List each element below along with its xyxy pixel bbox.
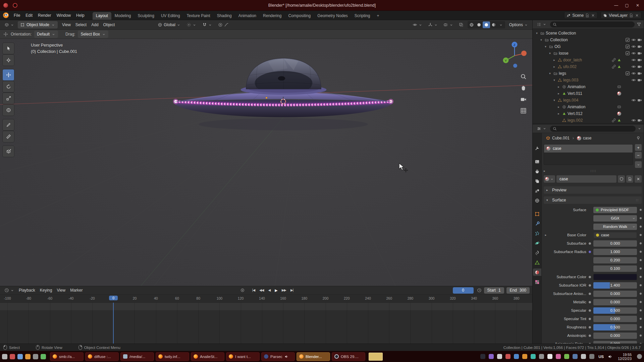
decorator-dot-icon[interactable] <box>640 209 642 211</box>
filter-icon[interactable] <box>637 22 641 27</box>
new-material-button[interactable] <box>626 175 633 183</box>
playhead-badge[interactable]: 0 <box>109 296 118 300</box>
viewport-menu-view[interactable]: View <box>60 21 73 28</box>
tray-icon[interactable] <box>573 354 578 359</box>
value-field[interactable]: 0.000 <box>593 333 637 339</box>
launcher-icon[interactable] <box>33 354 38 359</box>
node-input-button[interactable]: Principled BSDF <box>593 207 637 213</box>
decorator-dot-icon[interactable] <box>640 251 642 253</box>
visibility-dropdown[interactable] <box>411 22 424 28</box>
link-icon[interactable] <box>612 58 616 62</box>
tray-icon[interactable] <box>489 354 494 359</box>
taskbar-window-analiest[interactable]: AnalieSt... <box>191 352 224 361</box>
action-icon[interactable] <box>617 85 621 89</box>
snap-dropdown[interactable] <box>201 22 214 28</box>
eye-icon[interactable] <box>631 51 636 56</box>
tool-add-cube[interactable] <box>3 146 14 157</box>
orientation-setting-dropdown[interactable]: Default <box>34 31 58 38</box>
outliner-row-scene-collection[interactable]: ▾Scene Collection <box>533 30 644 37</box>
launcher-icon[interactable] <box>2 354 7 359</box>
launcher-icon[interactable] <box>10 354 15 359</box>
tray-notification-box[interactable] <box>369 353 383 361</box>
slider-field[interactable]: 0.500 <box>593 324 637 330</box>
workspace-tab-add[interactable]: + <box>374 12 383 20</box>
launcher-icon[interactable] <box>17 354 23 359</box>
properties-tab-scene[interactable] <box>533 187 541 194</box>
outliner-row-legs-003[interactable]: ▾legs.003 <box>533 77 644 83</box>
timeline-menu-view[interactable]: View <box>54 287 68 293</box>
check-icon[interactable] <box>625 51 630 56</box>
orthographic-toggle-icon[interactable] <box>520 108 527 114</box>
timeline-ruler[interactable]: -100-80-60-40-20020406080100120140160180… <box>0 294 532 303</box>
launcher-icon[interactable] <box>25 354 31 359</box>
properties-tab-render[interactable] <box>533 158 541 165</box>
outliner-row-loose[interactable]: ▾loose <box>533 50 644 57</box>
camera-icon[interactable] <box>637 78 642 82</box>
menu-window[interactable]: Window <box>54 12 73 19</box>
play-button[interactable]: ▶ <box>273 288 279 293</box>
shading-solid-button[interactable] <box>475 21 483 28</box>
check-icon[interactable] <box>625 71 630 76</box>
tray-icon[interactable] <box>480 354 485 359</box>
resize-grip-icon[interactable]: ∷∷ <box>590 169 596 173</box>
properties-tab-modifiers[interactable] <box>533 220 541 227</box>
camera-icon[interactable] <box>637 64 642 69</box>
properties-tab-object-data[interactable] <box>533 259 541 266</box>
outliner-row-vert-011[interactable]: ▸Vert.011 <box>533 90 644 97</box>
jump-end-button[interactable]: ▶| <box>289 288 295 293</box>
prev-keyframe-button[interactable]: ◀◀ <box>258 288 265 293</box>
camera-icon[interactable] <box>637 44 642 49</box>
outliner-editor-type-button[interactable] <box>535 21 548 27</box>
new-viewlayer-icon[interactable] <box>629 13 633 17</box>
eye-icon[interactable] <box>631 78 636 82</box>
workspace-tab-animation[interactable]: Animation <box>235 12 260 20</box>
expand-arrow[interactable]: ▾ <box>552 78 556 82</box>
timeline-menu-playback[interactable]: Playback <box>16 287 38 293</box>
use-preview-range-icon[interactable] <box>477 288 482 293</box>
decorator-dot-icon[interactable] <box>640 234 642 236</box>
viewport-menu-add[interactable]: Add <box>89 21 101 28</box>
timeline-menu-keying[interactable]: Keying <box>38 287 55 293</box>
expand-arrow[interactable]: ▸ <box>556 85 561 88</box>
tray-icon[interactable] <box>637 354 642 359</box>
timeline-editor-type-button[interactable] <box>3 287 16 293</box>
expand-arrow[interactable]: ▸ <box>544 233 548 237</box>
outliner-row-legs[interactable]: ▾legs <box>533 70 644 77</box>
blender-logo-icon[interactable] <box>3 12 9 18</box>
panel-grip-row[interactable]: ▸ ∷∷ <box>544 169 642 173</box>
camera-icon[interactable] <box>637 58 642 62</box>
workspace-tab-rendering[interactable]: Rendering <box>260 12 285 20</box>
expand-arrow[interactable]: ▾ <box>548 72 552 75</box>
camera-icon[interactable] <box>637 38 642 42</box>
value-field[interactable]: 0.000 <box>593 291 637 297</box>
new-scene-icon[interactable] <box>585 13 589 17</box>
volume-icon[interactable] <box>608 354 612 359</box>
tool-scale[interactable] <box>3 93 14 104</box>
play-reverse-button[interactable]: ◀ <box>266 288 272 293</box>
decorator-dot-icon[interactable] <box>640 301 642 303</box>
expand-arrow[interactable]: ▸ <box>552 58 556 62</box>
expand-arrow[interactable]: ▸ <box>556 92 561 95</box>
taskbar-window-diffuse[interactable]: diffuse :... <box>85 352 119 361</box>
workspace-tab-modeling[interactable]: Modeling <box>111 12 135 20</box>
tray-icon[interactable] <box>581 354 586 359</box>
outliner-row-ufo-002[interactable]: ▸ufo.002 <box>533 63 644 70</box>
action-icon[interactable] <box>617 105 621 109</box>
value-field[interactable]: 1.000 <box>593 249 637 255</box>
tool-measure[interactable] <box>3 131 14 142</box>
menu-edit[interactable]: Edit <box>23 12 35 19</box>
workspace-tab-geometry-nodes[interactable]: Geometry Nodes <box>314 12 351 20</box>
tray-icon[interactable] <box>505 354 511 359</box>
tray-icon[interactable] <box>589 354 594 359</box>
minimize-button[interactable]: — <box>613 2 619 8</box>
workspace-tab-layout[interactable]: Layout <box>93 12 111 20</box>
slot-specials-button[interactable] <box>635 161 642 168</box>
shading-options-button[interactable] <box>497 21 505 28</box>
drag-setting-dropdown[interactable]: Select Box <box>78 31 108 38</box>
expand-arrow[interactable]: ▸ <box>556 105 561 109</box>
outliner-row-collection[interactable]: ▾Collection <box>533 37 644 43</box>
outliner-row-legs-002[interactable]: legs.002 <box>533 117 644 124</box>
remove-slot-button[interactable]: − <box>635 152 642 159</box>
check-icon[interactable] <box>625 38 630 42</box>
expand-arrow[interactable]: ▾ <box>539 38 543 42</box>
